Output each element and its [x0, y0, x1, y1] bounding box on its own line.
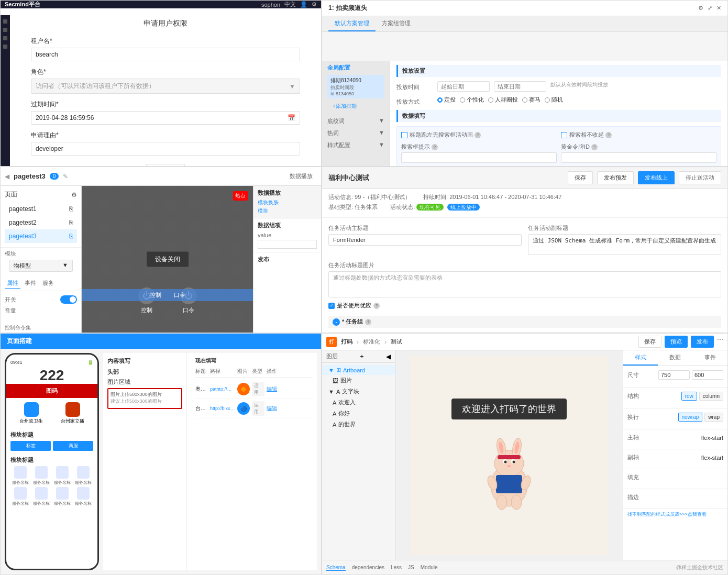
- cmd-label[interactable]: 口令: [174, 291, 185, 299]
- save-button[interactable]: 保存: [568, 171, 593, 184]
- page-copy-icon3[interactable]: ⎘: [69, 233, 73, 240]
- sidebar-user-icon[interactable]: [3, 36, 7, 40]
- tree-welcome[interactable]: A 欢迎入: [322, 397, 395, 408]
- schedule-item[interactable]: 排期8134050 拍卖时间段 Id 8134050: [327, 75, 384, 98]
- calendar-icon[interactable]: 📅: [288, 114, 295, 121]
- tab-services[interactable]: 服务: [40, 278, 56, 289]
- search-hint-input[interactable]: [401, 152, 557, 163]
- page-item-2[interactable]: pagetest2 ⎘: [5, 216, 77, 229]
- breadcrumb-2[interactable]: 测试: [391, 338, 402, 346]
- sidebar-menu-icon[interactable]: [3, 28, 7, 32]
- tab-plan-group[interactable]: 方案组管理: [376, 16, 417, 31]
- height-input[interactable]: [692, 370, 723, 380]
- search-no-close-check[interactable]: 搜索相不收起 ?: [561, 131, 716, 139]
- wrap-button[interactable]: wrap: [704, 413, 723, 422]
- method-personalized[interactable]: 个性化: [460, 96, 484, 104]
- more-options-icon[interactable]: ⋯: [717, 336, 723, 348]
- method-audience[interactable]: 人群圈投: [488, 96, 518, 104]
- chevron-down-icon3[interactable]: ▼: [379, 141, 384, 149]
- add-schedule-link[interactable]: +添加排期: [327, 101, 384, 112]
- row2-action[interactable]: 编辑: [267, 405, 279, 412]
- module-skin-label[interactable]: 模块换肤: [258, 199, 317, 206]
- code-preview-button[interactable]: 预览: [665, 336, 688, 348]
- pages-settings-icon[interactable]: ⚙: [71, 191, 77, 198]
- bottom-tab-schema[interactable]: Schema: [326, 565, 346, 571]
- golden-key-input[interactable]: [561, 152, 716, 163]
- sidebar-home-icon[interactable]: [3, 19, 7, 24]
- page-copy-icon[interactable]: ⎘: [69, 205, 73, 213]
- width-input[interactable]: [658, 370, 690, 380]
- tab-default-plan[interactable]: 默认方案管理: [328, 16, 376, 31]
- tree-world[interactable]: A 的世界: [322, 419, 395, 430]
- bottom-tab-module[interactable]: Module: [421, 565, 438, 570]
- expand-icon[interactable]: [708, 5, 712, 12]
- column-button[interactable]: column: [699, 392, 723, 401]
- gear-icon[interactable]: [698, 5, 703, 12]
- task-cover-hint: 通过标题处数据的方式动态渲染需要的表格: [328, 271, 721, 297]
- role-dropdown-icon[interactable]: ▼: [289, 83, 295, 90]
- release-button[interactable]: 发布线上: [638, 171, 675, 184]
- row-button[interactable]: row: [681, 392, 697, 401]
- page-item-3[interactable]: pagetest3 ⎘: [5, 229, 77, 243]
- settings-icon[interactable]: ⚙: [312, 1, 317, 8]
- tree-hello[interactable]: A 你好: [322, 408, 395, 419]
- page-item-1[interactable]: pagetest1 ⎘: [5, 202, 77, 216]
- edit-icon[interactable]: ✎: [63, 173, 68, 180]
- user-input[interactable]: [31, 48, 300, 61]
- artboard-expand-icon[interactable]: ▼: [328, 367, 334, 373]
- no-recommend-animate-check[interactable]: 标题跑左无搜索框活动画 ?: [401, 131, 557, 139]
- bottom-tab-js[interactable]: JS: [408, 565, 414, 570]
- topbar-lang[interactable]: 中文: [284, 1, 296, 8]
- back-icon[interactable]: ◀: [5, 173, 9, 180]
- search-no-close-checkbox[interactable]: [561, 132, 567, 138]
- chevron-down-icon[interactable]: ▼: [379, 117, 384, 125]
- tree-image[interactable]: 🖼 图片: [322, 375, 395, 386]
- data-value-item: value: [258, 231, 317, 249]
- tab-style[interactable]: 样式: [623, 350, 658, 366]
- nowrap-button[interactable]: nowrap: [678, 413, 703, 422]
- collapse-tree-icon[interactable]: ◀: [386, 353, 391, 360]
- tab-events[interactable]: 事件: [23, 278, 38, 289]
- wrap-buttons: nowrap wrap: [678, 413, 724, 422]
- tree-icon[interactable]: +: [360, 353, 363, 360]
- tree-artboard[interactable]: ▼ ⊞ Artboard: [322, 365, 395, 375]
- task-subtitle-input[interactable]: 通过 JSON Schema 生成标准 Form，常用于自定义搭建配置界面生成: [528, 234, 721, 255]
- delivery-start-input[interactable]: [437, 81, 490, 92]
- data-value-input[interactable]: [258, 240, 317, 249]
- bottom-tab-deps[interactable]: dependencies: [352, 565, 384, 570]
- phone-module-1[interactable]: 标签: [10, 441, 51, 451]
- method-random[interactable]: 随机: [545, 96, 563, 104]
- sidebar-settings-icon[interactable]: [3, 45, 7, 49]
- delivery-end-input[interactable]: [494, 81, 546, 92]
- module-label2[interactable]: 模块: [258, 207, 317, 215]
- chevron-down-icon2[interactable]: ▼: [379, 129, 384, 137]
- stop-button[interactable]: 停止送活动: [679, 171, 721, 184]
- text-expand-icon[interactable]: ▼: [328, 389, 334, 395]
- task-title-input[interactable]: [328, 234, 522, 246]
- code-release-button[interactable]: 发布: [691, 336, 714, 348]
- page-copy-icon2[interactable]: ⎘: [69, 219, 73, 226]
- user-icon[interactable]: 👤: [300, 1, 307, 8]
- close-icon[interactable]: [716, 5, 721, 12]
- module-selector[interactable]: 物模型 ▼: [9, 260, 73, 272]
- publish-button[interactable]: 发布预发: [597, 171, 634, 184]
- code-save-button[interactable]: 保存: [638, 336, 661, 348]
- tab-attributes[interactable]: 属性: [5, 278, 20, 289]
- tab-events[interactable]: 事件: [693, 350, 727, 366]
- icon-2[interactable]: [65, 402, 80, 417]
- use-default-checkbox[interactable]: ✓: [328, 303, 335, 309]
- image-input[interactable]: 图片上传500x300的图片 建议上传500x300的图片: [107, 388, 182, 409]
- ctrl-label[interactable]: 控制: [150, 291, 161, 299]
- tree-text-block[interactable]: ▼ A 文字块: [322, 386, 395, 397]
- bottom-tab-less[interactable]: Less: [391, 565, 402, 570]
- icon-1[interactable]: [24, 402, 39, 417]
- row1-action[interactable]: 编辑: [267, 385, 279, 393]
- switch-toggle[interactable]: [60, 295, 77, 304]
- no-recommend-animate-checkbox[interactable]: [401, 132, 407, 138]
- method-race[interactable]: 赛马: [522, 96, 541, 104]
- collapse-icon[interactable]: -: [333, 318, 340, 326]
- reason-input[interactable]: [31, 142, 300, 156]
- method-fixed[interactable]: 定投: [437, 96, 456, 104]
- tab-data[interactable]: 数据: [658, 350, 692, 366]
- phone-module-2[interactable]: 商服: [53, 441, 93, 451]
